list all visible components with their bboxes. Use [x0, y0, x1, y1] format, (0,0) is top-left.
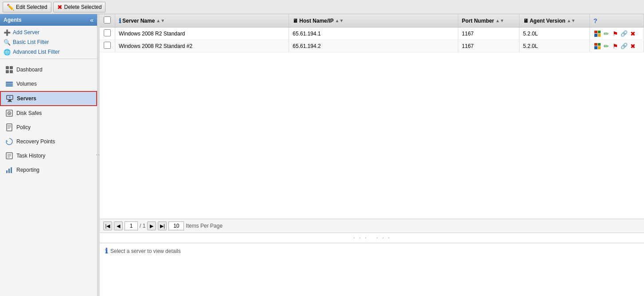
advanced-filter-icon: 🌐 [4, 48, 11, 55]
svg-rect-25 [11, 167, 12, 173]
table-row: Windows 2008 R2 Standard 65.61.194.1 116… [100, 28, 644, 40]
detail-resize-dots-left: · · · [353, 234, 367, 242]
policy-label: Policy [16, 124, 31, 130]
prev-page-button[interactable]: ◀ [114, 221, 123, 230]
header-server-name[interactable]: ℹ Server Name ▲▼ [115, 14, 289, 28]
advanced-filter-label: Advanced List Filter [13, 49, 59, 55]
sidebar-item-reporting[interactable]: Reporting [0, 163, 97, 177]
sidebar-collapse-button[interactable]: « [90, 16, 94, 24]
header-host-name[interactable]: 🖥 Host Name/IP ▲▼ [289, 14, 458, 28]
total-pages-value: 1 [143, 223, 146, 229]
sidebar-item-policy[interactable]: Policy [0, 120, 97, 134]
server-name-sort-icon[interactable]: ▲▼ [156, 18, 165, 23]
row1-checkbox-cell [100, 28, 115, 40]
sidebar: Agents « ➕ Add Server 🔍 Basic List Filte… [0, 14, 98, 296]
header-agent-version[interactable]: 🖥 Agent Version ▲▼ [519, 14, 589, 28]
page-total-label: / 1 [140, 223, 145, 229]
first-page-button[interactable]: |◀ [103, 221, 112, 230]
sidebar-item-basic-filter[interactable]: 🔍 Basic List Filter [0, 37, 97, 47]
host-name-header-label: Host Name/IP [299, 18, 333, 24]
row1-link-icon[interactable]: 🔗 [620, 30, 628, 38]
row2-edit-icon[interactable]: ✏ [602, 42, 610, 50]
row1-windows-icon[interactable] [593, 30, 601, 38]
row1-server-name-value: Windows 2008 R2 Standard [119, 31, 185, 37]
basic-filter-icon: 🔍 [4, 39, 11, 46]
task-history-icon [5, 151, 14, 160]
delete-icon: ✖ [57, 4, 62, 11]
main-layout: Agents « ➕ Add Server 🔍 Basic List Filte… [0, 14, 644, 296]
policy-icon [5, 123, 14, 132]
row2-server-name: Windows 2008 R2 Standard #2 [115, 40, 289, 52]
task-history-label: Task History [16, 153, 45, 159]
delete-selected-button[interactable]: ✖ Delete Selected [53, 2, 106, 12]
svg-rect-23 [6, 170, 8, 173]
header-actions: ? [590, 14, 644, 28]
servers-label: Servers [17, 95, 36, 102]
sidebar-title: Agents [4, 17, 22, 23]
row2-checkbox-cell [100, 40, 115, 52]
version-sort-icon[interactable]: ▲▼ [567, 18, 576, 23]
sidebar-item-advanced-filter[interactable]: 🌐 Advanced List Filter [0, 47, 97, 57]
agent-version-header-label: Agent Version [530, 18, 566, 24]
items-per-page-label: Items Per Page [186, 223, 222, 229]
svg-rect-4 [6, 82, 13, 83]
edit-icon: ✏️ [7, 4, 14, 11]
edit-selected-label: Edit Selected [16, 4, 47, 10]
row1-edit-icon[interactable]: ✏ [602, 30, 610, 38]
sidebar-item-recovery-points[interactable]: Recovery Points [0, 134, 97, 149]
items-per-page-input[interactable] [168, 221, 184, 230]
agents-section: ➕ Add Server 🔍 Basic List Filter 🌐 Advan… [0, 26, 97, 59]
current-page-input[interactable] [125, 221, 138, 230]
row1-port-value: 1167 [462, 31, 474, 37]
detail-message: Select a server to view details [110, 248, 181, 254]
pagination-bar: |◀ ◀ / 1 ▶ ▶| Items Per Page [100, 219, 644, 233]
server-table-container: ℹ Server Name ▲▼ 🖥 Host Name/IP ▲▼ [100, 14, 644, 219]
detail-info-row: ℹ Select a server to view details [105, 247, 639, 255]
server-table: ℹ Server Name ▲▼ 🖥 Host Name/IP ▲▼ [100, 14, 644, 52]
svg-rect-6 [6, 85, 13, 87]
row2-port-value: 1167 [462, 43, 474, 49]
row2-checkbox[interactable] [104, 42, 111, 49]
row2-flag-icon[interactable]: ⚑ [611, 42, 619, 50]
server-name-header-label: Server Name [122, 18, 155, 24]
add-server-icon: ➕ [4, 29, 11, 36]
row2-windows-icon[interactable] [593, 42, 601, 50]
last-page-button[interactable]: ▶| [158, 221, 167, 230]
host-name-sort-icon[interactable]: ▲▼ [335, 18, 344, 23]
svg-rect-24 [8, 169, 10, 173]
sidebar-item-task-history[interactable]: Task History [0, 149, 97, 163]
toolbar: ✏️ Edit Selected ✖ Delete Selected [0, 0, 644, 14]
edit-selected-button[interactable]: ✏️ Edit Selected [3, 2, 51, 12]
row2-server-name-value: Windows 2008 R2 Standard #2 [119, 43, 192, 49]
sidebar-item-add-server[interactable]: ➕ Add Server [0, 28, 97, 37]
row2-actions: ✏ ⚑ 🔗 ✖ [590, 40, 644, 52]
svg-marker-18 [6, 140, 8, 142]
recovery-points-label: Recovery Points [16, 138, 55, 145]
reporting-icon [5, 166, 14, 174]
add-server-label: Add Server [13, 29, 39, 36]
port-sort-icon[interactable]: ▲▼ [496, 18, 504, 23]
svg-point-13 [9, 113, 10, 114]
table-row: Windows 2008 R2 Standard #2 65.61.194.2 … [100, 40, 644, 52]
row1-port-number: 1167 [458, 28, 519, 40]
sidebar-item-dashboard[interactable]: Dashboard [0, 63, 97, 77]
delete-selected-label: Delete Selected [64, 4, 102, 10]
row2-link-icon[interactable]: 🔗 [620, 42, 628, 50]
detail-resize-handle[interactable]: · · · · · · [100, 233, 644, 243]
header-port-number[interactable]: Port Number ▲▼ [458, 14, 519, 28]
svg-rect-2 [6, 70, 9, 73]
sidebar-item-disk-safes[interactable]: Disk Safes [0, 106, 97, 120]
host-name-header-icon: 🖥 [293, 18, 298, 24]
row2-delete-icon[interactable]: ✖ [629, 42, 637, 50]
next-page-button[interactable]: ▶ [147, 221, 156, 230]
row1-checkbox[interactable] [104, 29, 111, 36]
detail-resize-dots-right: · · · [376, 234, 390, 242]
sidebar-nav: Dashboard Volumes Servers Disk Safes [0, 59, 97, 296]
sidebar-item-volumes[interactable]: Volumes [0, 77, 97, 91]
volumes-label: Volumes [16, 81, 37, 87]
row1-flag-icon[interactable]: ⚑ [611, 30, 619, 38]
select-all-checkbox[interactable] [104, 16, 111, 24]
sidebar-item-servers[interactable]: Servers [0, 91, 97, 106]
row1-delete-icon[interactable]: ✖ [629, 30, 637, 38]
table-header-row: ℹ Server Name ▲▼ 🖥 Host Name/IP ▲▼ [100, 14, 644, 28]
